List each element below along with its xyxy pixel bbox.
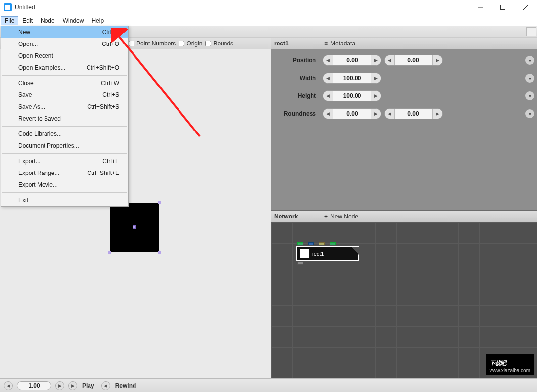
menu-item-save-as[interactable]: Save As...Ctrl+Shift+S [1, 101, 128, 113]
toolbar-overflow-button[interactable] [526, 27, 536, 36]
minimize-button[interactable] [469, 0, 492, 15]
frame-field[interactable]: 1.00 [17, 381, 51, 390]
handle-bottom-left[interactable] [108, 251, 111, 254]
handle-bottom-right[interactable] [158, 251, 161, 254]
height-value: 100.00 [333, 92, 371, 99]
canvas-shape-rect[interactable] [110, 203, 159, 252]
origin-checkbox[interactable]: Origin [179, 40, 202, 47]
menu-item-revert-to-saved[interactable]: Revert to Saved [1, 113, 128, 125]
menu-item-exit[interactable]: Exit [1, 194, 128, 206]
port-in-3[interactable] [319, 242, 325, 245]
port-in-4[interactable] [330, 242, 336, 245]
roundness-y-value: 0.00 [395, 110, 432, 117]
menu-item-code-libraries[interactable]: Code Libraries... [1, 128, 128, 140]
inc-icon[interactable] [432, 55, 442, 65]
metadata-tab-label: Metadata [330, 40, 355, 47]
port-out-1[interactable] [297, 262, 303, 265]
handle-top-right[interactable] [158, 201, 161, 204]
menu-item-export[interactable]: Export...Ctrl+E [1, 155, 128, 167]
inc-icon[interactable] [371, 73, 381, 83]
menu-item-export-range[interactable]: Export Range...Ctrl+Shift+E [1, 167, 128, 179]
menu-item-label: Export... [18, 158, 41, 165]
menu-item-close[interactable]: CloseCtrl+W [1, 77, 128, 89]
rewind-label: Rewind [115, 382, 136, 389]
menu-item-shortcut: Ctrl+O [102, 41, 119, 47]
menu-item-document-properties[interactable]: Document Properties... [1, 140, 128, 152]
port-in-2[interactable] [308, 242, 314, 245]
prop-row-height: Height 100.00 [271, 87, 537, 105]
menu-item-open[interactable]: Open...Ctrl+O [1, 38, 128, 50]
prop-label-position: Position [274, 57, 320, 64]
inc-icon[interactable] [371, 109, 381, 119]
handle-center[interactable] [133, 225, 136, 229]
menu-item-label: Save As... [18, 103, 45, 110]
watermark: 下载吧 www.xiazaiba.com [486, 354, 534, 375]
menu-item-save[interactable]: SaveCtrl+S [1, 89, 128, 101]
menu-item-label: Document Properties... [18, 142, 79, 149]
roundness-x-spinner[interactable]: 0.00 [323, 108, 381, 119]
play-button[interactable] [68, 381, 77, 390]
menu-item-new[interactable]: NewCtrl+N [1, 26, 128, 38]
dec-icon[interactable] [385, 109, 395, 119]
menu-item-open-recent[interactable]: Open Recent [1, 50, 128, 62]
inc-icon[interactable] [371, 91, 381, 101]
new-node-button[interactable]: New Node [321, 211, 537, 222]
menu-help[interactable]: Help [88, 16, 108, 25]
watermark-url: www.xiazaiba.com [490, 368, 530, 373]
menu-window[interactable]: Window [59, 16, 88, 25]
dec-icon[interactable] [323, 73, 333, 83]
network-node-rect1[interactable]: rect1 [296, 246, 359, 261]
watermark-brand: 下载吧 [490, 360, 506, 367]
expand-row-icon[interactable] [525, 91, 534, 100]
dec-icon[interactable] [385, 55, 395, 65]
expand-row-icon[interactable] [525, 109, 534, 118]
bounds-label: Bounds [213, 40, 233, 47]
metadata-tab[interactable]: Metadata [321, 38, 537, 49]
svg-rect-1 [501, 5, 505, 10]
menu-file[interactable]: File [1, 16, 18, 25]
point-numbers-checkbox[interactable]: Point Numbers [129, 40, 176, 47]
inc-icon[interactable] [432, 109, 442, 119]
expand-row-icon[interactable] [525, 74, 534, 83]
menu-edit[interactable]: Edit [18, 16, 37, 25]
dec-icon[interactable] [323, 109, 333, 119]
properties-node-name: rect1 [271, 40, 321, 47]
prop-row-position: Position 0.00 0.00 [271, 51, 537, 69]
prop-label-height: Height [274, 92, 320, 99]
network-panel: Network New Node rect1 [271, 211, 537, 378]
prop-label-width: Width [274, 75, 320, 82]
bounds-checkbox[interactable]: Bounds [205, 40, 233, 47]
menu-item-label: Revert to Saved [18, 115, 61, 122]
menu-separator [2, 75, 127, 76]
rewind-button[interactable] [101, 381, 110, 390]
width-spinner[interactable]: 100.00 [323, 73, 381, 84]
position-y-spinner[interactable]: 0.00 [384, 55, 443, 66]
plus-icon [324, 213, 328, 220]
menu-item-shortcut: Ctrl+Shift+S [87, 103, 119, 110]
port-in-1[interactable] [297, 242, 303, 245]
menu-item-open-examples[interactable]: Open Examples...Ctrl+Shift+O [1, 62, 128, 74]
frame-next-button[interactable] [55, 381, 64, 390]
close-button[interactable] [514, 0, 537, 15]
file-menu-dropdown: NewCtrl+NOpen...Ctrl+OOpen RecentOpen Ex… [1, 26, 129, 207]
height-spinner[interactable]: 100.00 [323, 90, 381, 101]
inc-icon[interactable] [371, 55, 381, 65]
frame-prev-button[interactable] [4, 381, 13, 390]
dec-icon[interactable] [323, 55, 333, 65]
menu-node[interactable]: Node [37, 16, 59, 25]
menu-item-shortcut: Ctrl+E [102, 158, 119, 165]
menu-item-label: Close [18, 80, 34, 87]
menu-item-shortcut: Ctrl+W [101, 80, 119, 87]
expand-row-icon[interactable] [525, 56, 534, 65]
menu-item-label: Export Movie... [18, 181, 58, 188]
position-x-spinner[interactable]: 0.00 [323, 55, 381, 66]
menu-item-label: Code Libraries... [18, 131, 62, 137]
menu-item-export-movie[interactable]: Export Movie... [1, 179, 128, 191]
roundness-y-spinner[interactable]: 0.00 [384, 108, 443, 119]
menu-item-shortcut: Ctrl+Shift+O [87, 64, 119, 71]
point-numbers-label: Point Numbers [136, 40, 176, 47]
prop-row-width: Width 100.00 [271, 69, 537, 87]
menu-separator [2, 192, 127, 193]
dec-icon[interactable] [323, 91, 333, 101]
maximize-button[interactable] [492, 0, 514, 15]
